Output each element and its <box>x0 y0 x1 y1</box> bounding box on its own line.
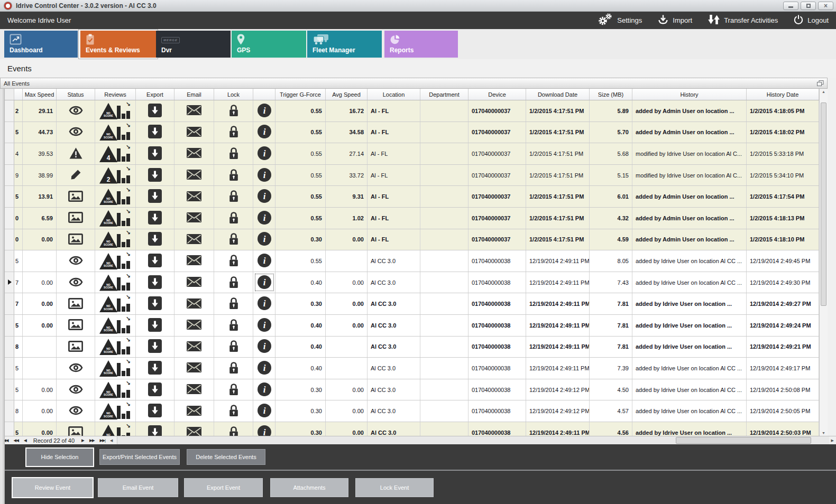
column-header-lock[interactable]: Lock <box>214 89 253 100</box>
export-action-cell[interactable] <box>136 337 174 358</box>
info-action-cell[interactable]: i <box>253 122 275 143</box>
export-icon[interactable] <box>148 146 162 161</box>
nav-prev-button[interactable]: ◀ <box>21 438 29 443</box>
review-score-badge[interactable]: NOSCORE↘ <box>99 295 131 313</box>
table-row[interactable]: 06.59NOSCORE↘i0.551.02Al - FL01704000003… <box>0 208 828 229</box>
email-icon[interactable] <box>187 384 201 395</box>
lock-action-cell[interactable] <box>214 165 253 186</box>
lock-action-cell[interactable] <box>214 208 253 229</box>
lock-icon[interactable] <box>228 104 239 118</box>
minimize-button[interactable] <box>783 2 798 10</box>
info-icon[interactable]: i <box>258 189 271 204</box>
info-action-cell[interactable]: i <box>253 186 275 207</box>
lock-icon[interactable] <box>228 318 239 333</box>
column-header-email[interactable]: Email <box>174 89 214 100</box>
review-score-badge[interactable]: NOSCORE↘ <box>99 424 131 436</box>
maximize-button[interactable] <box>801 2 816 10</box>
column-header-history_date[interactable]: History Date <box>747 89 819 100</box>
email-action-cell[interactable] <box>174 122 214 143</box>
export-action-cell[interactable] <box>136 229 174 250</box>
lock-icon[interactable] <box>228 404 239 418</box>
export-action-cell[interactable] <box>136 272 174 293</box>
review-event-button[interactable]: Review Event <box>12 477 94 498</box>
horizontal-scrollbar[interactable] <box>117 436 829 444</box>
table-row[interactable]: 513.91NOSCORE↘i0.559.31Al - FL0170400000… <box>0 186 828 208</box>
vertical-scrollbar-thumb[interactable] <box>821 102 826 306</box>
table-row[interactable]: 5NOSCORE↘i0.40Al CC 3.001704000003812/19… <box>0 358 828 379</box>
export-action-cell[interactable] <box>136 186 174 207</box>
email-icon[interactable] <box>187 234 201 245</box>
export-action-cell[interactable] <box>136 379 174 400</box>
info-icon[interactable]: i <box>258 339 271 354</box>
export-icon[interactable] <box>148 189 162 204</box>
lock-icon[interactable] <box>228 339 239 354</box>
lock-action-cell[interactable] <box>214 122 253 143</box>
email-action-cell[interactable] <box>174 315 214 336</box>
review-score-badge[interactable]: 4↘ <box>99 145 131 163</box>
scroll-down-icon[interactable]: ▼ <box>820 431 828 435</box>
column-header-download_date[interactable]: Download Date <box>526 89 590 100</box>
info-action-cell[interactable]: i <box>253 250 275 272</box>
hscroll-right-icon[interactable]: ▶ <box>829 438 836 443</box>
review-score-badge[interactable]: NOSCORE↘ <box>99 252 131 270</box>
info-action-cell[interactable]: i <box>253 379 275 400</box>
nav-prev-page-button[interactable]: ◀◀ <box>11 438 21 443</box>
export-action-cell[interactable] <box>136 143 174 164</box>
review-score-badge[interactable]: NOSCORE↘ <box>99 102 131 120</box>
lock-icon[interactable] <box>228 146 239 161</box>
email-event-button[interactable]: Email Event <box>98 478 178 497</box>
email-icon[interactable] <box>187 127 201 138</box>
export-action-cell[interactable] <box>136 165 174 186</box>
column-header-review[interactable]: Reviews <box>95 89 136 100</box>
export-icon[interactable] <box>148 254 162 268</box>
table-row[interactable]: 5NOSCORE↘i0.55Al CC 3.001704000003812/19… <box>0 250 828 272</box>
transfer-activities-button[interactable]: Transfer Activities <box>708 14 778 26</box>
nav-next-button[interactable]: ▶ <box>79 438 87 443</box>
export-action-cell[interactable] <box>136 250 174 272</box>
lock-icon[interactable] <box>228 425 239 436</box>
email-action-cell[interactable] <box>174 293 214 314</box>
lock-action-cell[interactable] <box>214 358 253 379</box>
column-header-status[interactable]: Status <box>57 89 95 100</box>
export-event-button[interactable]: Export Event <box>184 478 263 497</box>
info-action-cell[interactable]: i <box>253 100 275 122</box>
info-icon[interactable]: i <box>258 254 271 268</box>
info-action-cell[interactable]: i <box>253 143 275 164</box>
email-icon[interactable] <box>187 341 201 352</box>
column-header-export[interactable]: Export <box>136 89 174 100</box>
lock-icon[interactable] <box>228 189 239 204</box>
export-icon[interactable] <box>148 425 162 436</box>
lock-icon[interactable] <box>228 254 239 268</box>
email-action-cell[interactable] <box>174 400 214 422</box>
info-action-cell[interactable]: i <box>253 165 275 186</box>
review-score-badge[interactable]: NOSCORE↘ <box>99 359 131 377</box>
lock-icon[interactable] <box>228 275 239 290</box>
lock-action-cell[interactable] <box>214 400 253 422</box>
vertical-scrollbar[interactable]: ▲ ▼ <box>819 89 828 436</box>
table-row[interactable]: 50.00NOSCORE↘i0.400.00Al CC 3.0017040000… <box>0 315 828 337</box>
review-score-badge[interactable]: NOSCORE↘ <box>99 188 131 206</box>
tab-dashboard[interactable]: Dashboard <box>4 31 78 58</box>
email-icon[interactable] <box>187 191 201 202</box>
lock-action-cell[interactable] <box>214 272 253 293</box>
info-icon[interactable]: i <box>258 296 271 311</box>
info-icon[interactable]: i <box>258 318 271 333</box>
nav-next-page-button[interactable]: ▶▶ <box>87 438 97 443</box>
info-icon[interactable]: i <box>258 425 271 436</box>
attachments-button[interactable]: Attachments <box>270 478 348 497</box>
email-icon[interactable] <box>187 362 201 374</box>
export-icon[interactable] <box>148 361 162 376</box>
export-icon[interactable] <box>148 296 162 311</box>
lock-icon[interactable] <box>228 232 239 247</box>
table-row[interactable]: 544.73NOSCORE↘i0.5534.58Al - FL017040000… <box>0 122 828 144</box>
export-icon[interactable] <box>148 339 162 354</box>
export-print-selected-events-button[interactable]: Export/Print Selected Events <box>99 449 180 465</box>
info-icon[interactable]: i <box>258 382 271 397</box>
table-row[interactable]: 439.534↘i0.5527.14Al - FL0170400000371/2… <box>0 143 828 165</box>
logout-button[interactable]: Logout <box>794 15 829 26</box>
email-icon[interactable] <box>187 212 201 223</box>
info-icon[interactable]: i <box>258 275 271 290</box>
column-header-avg_speed[interactable]: Avg Speed <box>326 89 368 100</box>
review-score-badge[interactable]: NOSCORE↘ <box>99 209 131 227</box>
export-action-cell[interactable] <box>136 358 174 379</box>
